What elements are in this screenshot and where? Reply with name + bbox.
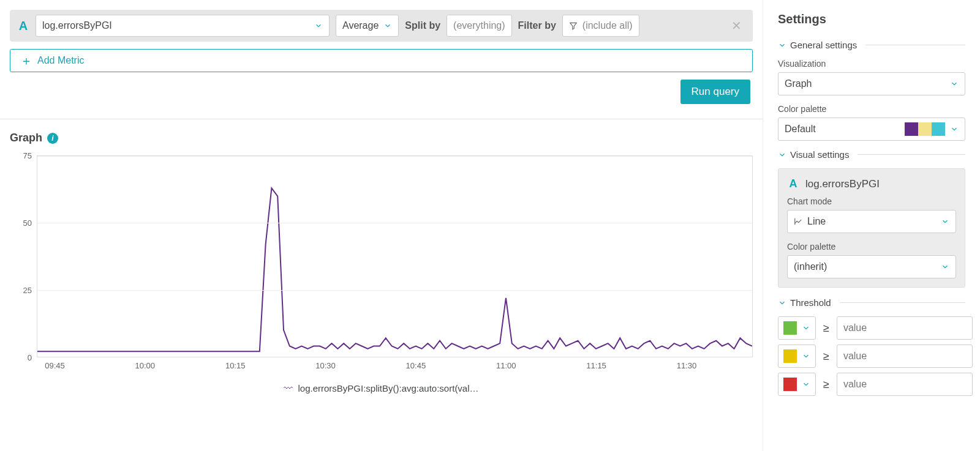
x-tick: 09:45 [45, 361, 65, 370]
visualization-value: Graph [785, 78, 812, 89]
threshold-value-input[interactable] [837, 316, 973, 340]
plus-icon: ＋ [20, 54, 32, 67]
section-divider [0, 119, 763, 119]
threshold-color-select[interactable] [778, 345, 816, 368]
legend-label: log.errorsByPGI:splitBy():avg:auto:sort(… [298, 383, 478, 393]
visual-palette-label: Color palette [787, 242, 956, 252]
chevron-down-icon [802, 380, 810, 389]
chevron-down-icon [941, 217, 949, 226]
split-by-select[interactable]: (everything) [447, 15, 511, 37]
legend-line-icon: 〰 [284, 383, 293, 393]
visualization-label: Visualization [778, 59, 965, 69]
chevron-down-icon [383, 21, 392, 30]
info-icon[interactable]: i [47, 133, 58, 144]
threshold-row: ≥ [778, 345, 965, 368]
x-tick: 11:00 [496, 361, 516, 370]
aggregation-select[interactable]: Average [336, 15, 399, 37]
threshold-operator: ≥ [823, 322, 829, 335]
y-axis: 0255075 [10, 155, 37, 357]
visual-metric-letter: A [787, 177, 799, 190]
chart-mode-label: Chart mode [787, 196, 956, 206]
palette-label: Color palette [778, 104, 965, 114]
threshold-label: Threshold [790, 297, 831, 308]
chevron-down-icon [802, 324, 810, 332]
palette-swatches [905, 122, 945, 136]
query-row: A log.errorsByPGI Average Split by (ever… [10, 10, 753, 42]
metric-select[interactable]: log.errorsByPGI [36, 15, 330, 37]
chevron-down-icon [950, 80, 959, 88]
threshold-value-input[interactable] [837, 373, 973, 396]
chart: 0255075 [10, 155, 753, 357]
run-query-button[interactable]: Run query [680, 80, 750, 104]
filter-by-label: Filter by [518, 20, 556, 31]
threshold-header[interactable]: Threshold [778, 297, 965, 308]
chevron-down-icon [941, 263, 949, 271]
y-tick: 25 [23, 286, 32, 295]
filter-icon [569, 21, 578, 30]
x-tick: 10:15 [225, 361, 246, 370]
settings-title: Settings [778, 12, 965, 26]
chevron-down-icon [314, 21, 323, 30]
chevron-down-icon [802, 352, 810, 360]
settings-panel: Settings General settings Visualization … [763, 0, 980, 451]
x-tick: 10:00 [135, 361, 156, 370]
metric-value: log.errorsByPGI [42, 20, 112, 31]
visual-settings-label: Visual settings [790, 149, 849, 160]
chevron-down-icon [778, 299, 786, 307]
color-swatch [783, 321, 797, 335]
line-series [37, 156, 752, 357]
aggregation-value: Average [342, 20, 379, 31]
svg-marker-0 [570, 23, 577, 29]
visual-palette-select[interactable]: (inherit) [787, 255, 956, 278]
query-letter: A [17, 19, 29, 33]
x-tick: 10:30 [315, 361, 336, 370]
y-tick: 0 [28, 353, 32, 362]
general-settings-header[interactable]: General settings [778, 40, 965, 50]
plot-area [37, 155, 753, 357]
threshold-value-input[interactable] [837, 345, 973, 368]
split-by-label: Split by [405, 20, 440, 31]
chevron-down-icon [778, 41, 786, 50]
general-settings-label: General settings [790, 40, 857, 50]
chart-legend: 〰 log.errorsByPGI:splitBy():avg:auto:sor… [10, 383, 753, 393]
threshold-color-select[interactable] [778, 316, 816, 340]
graph-title: Graph [10, 132, 42, 144]
threshold-color-select[interactable] [778, 373, 816, 396]
visualization-select[interactable]: Graph [778, 72, 965, 95]
threshold-operator: ≥ [823, 350, 829, 363]
filter-by-select[interactable]: (include all) [562, 15, 639, 37]
chevron-down-icon [778, 151, 786, 159]
x-tick: 11:30 [677, 361, 697, 370]
threshold-row: ≥ [778, 373, 965, 396]
remove-query-icon[interactable]: ✕ [728, 18, 745, 33]
visual-metric-name: log.errorsByPGI [805, 178, 880, 190]
chart-mode-select[interactable]: Line [787, 210, 956, 233]
y-tick: 50 [23, 218, 32, 228]
filter-placeholder: (include all) [582, 20, 633, 31]
visual-palette-value: (inherit) [794, 261, 827, 272]
color-swatch [783, 349, 797, 363]
palette-value: Default [785, 124, 816, 135]
split-by-placeholder: (everything) [453, 20, 505, 31]
chart-mode-value: Line [807, 216, 826, 227]
line-chart-icon [794, 217, 802, 226]
color-swatch [783, 378, 797, 391]
add-metric-label: Add Metric [37, 55, 84, 66]
x-tick: 11:15 [586, 361, 606, 370]
threshold-operator: ≥ [823, 378, 829, 391]
run-query-label: Run query [692, 86, 739, 97]
y-tick: 75 [23, 151, 32, 160]
chevron-down-icon [950, 125, 959, 133]
x-tick: 10:45 [406, 361, 426, 370]
add-metric-button[interactable]: ＋ Add Metric [10, 49, 753, 72]
palette-select[interactable]: Default [778, 117, 965, 141]
threshold-row: ≥ [778, 316, 965, 340]
visual-settings-header[interactable]: Visual settings [778, 149, 965, 160]
visual-metric-card: A log.errorsByPGI Chart mode Line Color … [778, 168, 965, 288]
x-axis: 09:4510:0010:1510:3010:4511:0011:1511:30 [37, 361, 753, 373]
